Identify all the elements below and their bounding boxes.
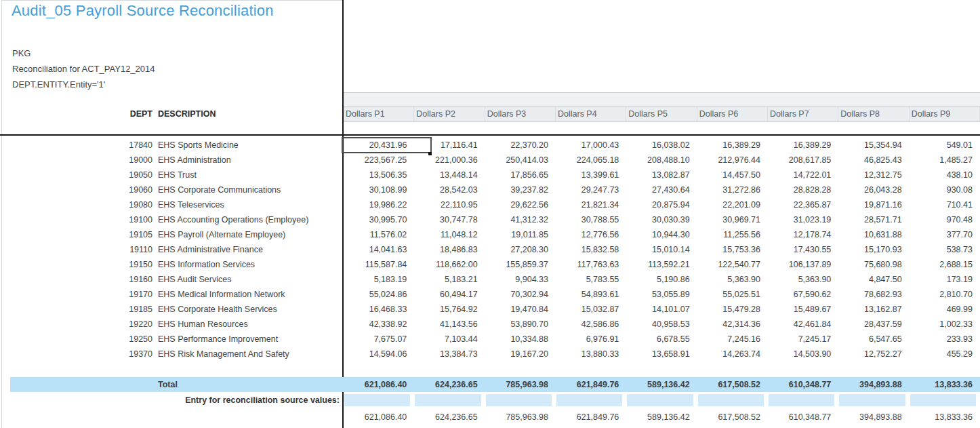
value-cell[interactable]: 53,055.89 [626,287,697,302]
value-cell[interactable]: 208,617.85 [768,153,838,168]
value-cell[interactable]: 12,312.75 [838,168,909,182]
value-cell[interactable]: 14,594.06 [344,347,414,362]
value-cell[interactable]: 15,753.36 [697,242,768,257]
value-cell[interactable]: 5,363.90 [768,272,838,287]
value-cell[interactable]: 15,489.67 [768,302,838,317]
value-cell[interactable]: 115,587.84 [344,257,414,272]
value-cell[interactable]: 10,944.30 [626,227,697,242]
entry-input-cell[interactable] [839,394,905,406]
value-cell[interactable]: 12,776.56 [556,227,626,242]
value-cell[interactable]: 46,825.43 [838,153,909,168]
value-cell[interactable]: 22,370.20 [485,138,556,153]
value-cell[interactable]: 469.99 [910,302,980,317]
value-cell[interactable]: 15,479.28 [697,302,768,317]
value-cell[interactable]: 30,108.99 [344,182,414,197]
entry-input-cell[interactable] [769,394,834,406]
value-cell[interactable]: 42,314.36 [697,317,768,332]
value-cell[interactable]: 13,082.87 [626,168,697,182]
value-cell[interactable]: 28,571.71 [838,212,909,227]
value-cell[interactable]: 15,832.58 [556,242,626,257]
value-cell[interactable]: 70,302.94 [485,287,556,302]
value-cell[interactable]: 2,810.70 [910,287,980,302]
value-cell[interactable]: 42,461.84 [768,317,838,332]
value-cell[interactable]: 26,043.28 [838,182,909,197]
value-cell[interactable]: 17,856.65 [485,168,556,182]
value-cell[interactable]: 30,788.55 [556,212,626,227]
value-cell[interactable]: 19,871.16 [838,197,909,212]
value-cell[interactable]: 13,162.87 [838,302,909,317]
value-cell[interactable]: 223,567.25 [344,153,414,168]
value-cell[interactable]: 60,494.17 [414,287,485,302]
value-cell[interactable]: 549.01 [910,138,980,153]
value-cell[interactable]: 2,688.15 [910,257,980,272]
value-cell[interactable]: 19,011.85 [485,227,556,242]
value-cell[interactable]: 19,470.84 [485,302,556,317]
value-cell[interactable]: 6,678.55 [626,332,697,347]
entry-input-cell[interactable] [344,394,410,406]
value-cell[interactable]: 14,722.01 [768,168,838,182]
value-cell[interactable]: 17,116.41 [414,138,485,153]
value-cell[interactable]: 22,110.95 [414,197,485,212]
value-cell[interactable]: 22,365.87 [768,197,838,212]
value-cell[interactable]: 27,208.30 [485,242,556,257]
value-cell[interactable]: 55,024.86 [344,287,414,302]
value-cell[interactable]: 19,167.20 [485,347,556,362]
value-cell[interactable]: 39,237.82 [485,182,556,197]
value-cell[interactable]: 122,540.77 [697,257,768,272]
value-cell[interactable]: 78,682.93 [838,287,909,302]
value-cell[interactable]: 1,002.33 [910,317,980,332]
value-cell[interactable]: 13,880.33 [556,347,626,362]
value-cell[interactable]: 14,263.74 [697,347,768,362]
value-cell[interactable]: 16,389.29 [768,138,838,153]
value-cell[interactable]: 14,041.63 [344,242,414,257]
value-cell[interactable]: 7,245.17 [768,332,838,347]
value-cell[interactable]: 113,592.21 [626,257,697,272]
value-cell[interactable]: 30,747.78 [414,212,485,227]
value-cell[interactable]: 30,995.70 [344,212,414,227]
value-cell[interactable]: 221,000.36 [414,153,485,168]
entry-input-cell[interactable] [698,394,764,406]
value-cell[interactable]: 377.70 [910,227,980,242]
value-cell[interactable]: 13,448.14 [414,168,485,182]
value-cell[interactable]: 5,183.21 [414,272,485,287]
value-cell[interactable]: 42,338.92 [344,317,414,332]
value-cell[interactable]: 30,969.71 [697,212,768,227]
value-cell[interactable]: 16,038.02 [626,138,697,153]
value-cell[interactable]: 75,680.98 [838,257,909,272]
value-cell[interactable]: 455.29 [910,347,980,362]
value-cell[interactable]: 42,586.86 [556,317,626,332]
value-cell[interactable]: 11,255.56 [697,227,768,242]
value-cell[interactable]: 31,023.19 [768,212,838,227]
value-cell[interactable]: 18,486.83 [414,242,485,257]
value-cell[interactable]: 5,783.55 [556,272,626,287]
value-cell[interactable]: 5,363.90 [697,272,768,287]
value-cell[interactable]: 7,103.44 [414,332,485,347]
value-cell[interactable]: 10,334.88 [485,332,556,347]
value-cell[interactable]: 224,065.18 [556,153,626,168]
value-cell[interactable]: 4,847.50 [838,272,909,287]
value-cell[interactable]: 67,590.62 [768,287,838,302]
value-cell[interactable]: 6,976.91 [556,332,626,347]
value-cell[interactable]: 106,137.89 [768,257,838,272]
value-cell[interactable]: 17,430.55 [768,242,838,257]
value-cell[interactable]: 14,101.07 [626,302,697,317]
entry-input-cell[interactable] [415,394,481,406]
value-cell[interactable]: 10,631.88 [838,227,909,242]
value-cell[interactable]: 118,662.00 [414,257,485,272]
value-cell[interactable]: 31,272.86 [697,182,768,197]
value-cell[interactable]: 13,506.35 [344,168,414,182]
value-cell[interactable]: 11,576.02 [344,227,414,242]
value-cell[interactable]: 53,890.70 [485,317,556,332]
value-cell[interactable]: 6,547.65 [838,332,909,347]
value-cell[interactable]: 20,875.94 [626,197,697,212]
value-cell[interactable]: 233.93 [910,332,980,347]
value-cell[interactable]: 19,986.22 [344,197,414,212]
value-cell[interactable]: 15,764.92 [414,302,485,317]
value-cell[interactable]: 21,821.34 [556,197,626,212]
value-cell[interactable]: 16,389.29 [697,138,768,153]
value-cell[interactable]: 16,468.33 [344,302,414,317]
value-cell[interactable]: 9,904.33 [485,272,556,287]
value-cell[interactable]: 12,178.74 [768,227,838,242]
value-cell[interactable]: 28,437.59 [838,317,909,332]
value-cell[interactable]: 208,488.10 [626,153,697,168]
